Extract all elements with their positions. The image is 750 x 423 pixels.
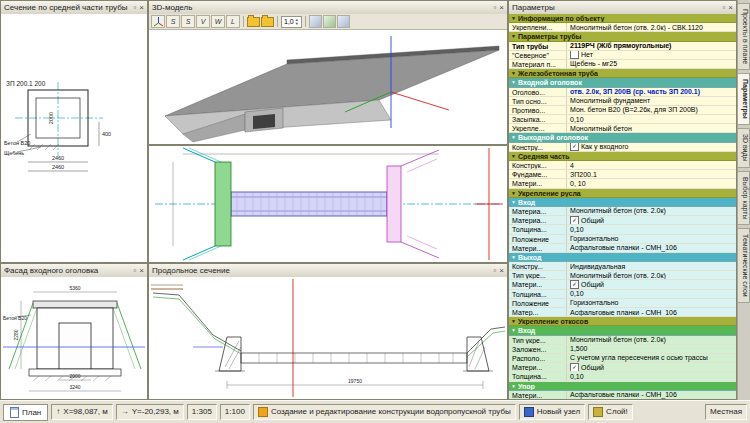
param-row[interactable]: Оголово...отв. 2.0к, ЗП 200В (ср. часть … <box>509 88 736 97</box>
collapse-chevron-icon[interactable]: ▼ <box>509 198 518 206</box>
volume-button[interactable]: V <box>196 15 210 28</box>
param-row[interactable]: Укрепле...Монолитный бетон <box>509 124 736 133</box>
param-subsection-header[interactable]: ▼Упор <box>509 382 736 391</box>
param-value[interactable]: Асфальтовые планки - СМН_106 <box>567 244 736 252</box>
param-value[interactable]: Монолитный бетон <box>567 124 736 132</box>
param-value[interactable]: Монолитный фундамент <box>567 97 736 105</box>
param-value[interactable]: 0, 10 <box>567 179 736 187</box>
side-tab-тематические-слои[interactable]: Тематические слои <box>738 228 750 303</box>
collapse-chevron-icon[interactable]: ▼ <box>509 253 518 261</box>
param-subsection-header[interactable]: ▼Выходной оголовок <box>509 133 736 142</box>
param-value[interactable]: 0,10 <box>567 225 736 233</box>
param-value[interactable]: Горизонтально <box>567 235 736 243</box>
param-row[interactable]: Матери...✓Общий <box>509 280 736 289</box>
folder-icon[interactable] <box>261 17 274 27</box>
param-row[interactable]: Толщина...0,10 <box>509 225 736 234</box>
axes-icon[interactable] <box>151 15 165 28</box>
collapse-chevron-icon[interactable]: ▼ <box>509 326 518 334</box>
param-value[interactable]: отв. 2.0к, ЗП 200В (ср. часть ЗП 200.1) <box>567 88 736 96</box>
close-icon[interactable]: × <box>139 3 144 13</box>
param-subsection-header[interactable]: ▼Вход <box>509 198 736 207</box>
param-row[interactable]: ПоложениеГоризонтально <box>509 299 736 308</box>
collapse-chevron-icon[interactable]: ▼ <box>509 14 518 22</box>
param-subsection-header[interactable]: ▼Выход <box>509 253 736 262</box>
param-section-header[interactable]: ▼Средняя часть <box>509 152 736 161</box>
param-value[interactable]: 2119РЧ (Ж/б прямоугольные) <box>567 42 736 50</box>
surface-button[interactable]: S <box>181 15 195 28</box>
param-value[interactable]: 4 <box>567 161 736 169</box>
param-row[interactable]: ПоложениеГоризонтально <box>509 235 736 244</box>
param-subsection-header[interactable]: ▼Вход <box>509 326 736 335</box>
param-row[interactable]: Матери...Асфальтовые планки - СМН_106 <box>509 244 736 253</box>
float-window-icon[interactable]: ▫ <box>493 266 496 276</box>
param-subsection-header[interactable]: ▼Входной оголовок <box>509 78 736 87</box>
plan-scale-selector[interactable]: 1:305 <box>187 404 217 420</box>
param-value[interactable]: Индивидуальная <box>567 262 736 270</box>
param-value[interactable]: 0,10 <box>567 290 736 298</box>
param-row[interactable]: Фундаме...ЗП200.1 <box>509 170 736 179</box>
checkbox-unchecked[interactable] <box>570 51 579 59</box>
new-node-button[interactable]: Новый узел <box>519 404 585 420</box>
param-value[interactable]: Монолитный бетон (отв. 2.0к) <box>567 271 736 279</box>
shading-mode-icon[interactable] <box>337 15 350 28</box>
float-window-icon[interactable]: ▫ <box>493 3 496 13</box>
plan-canvas[interactable] <box>149 146 507 262</box>
3d-viewport[interactable] <box>149 30 507 144</box>
param-value[interactable]: С учетом угла пересечения с осью трассы <box>567 354 736 362</box>
param-row[interactable]: Материал п...Щебень - мг25 <box>509 60 736 69</box>
param-row[interactable]: Материа...✓Общий <box>509 216 736 225</box>
side-tab-проекты-в-плане[interactable]: Проекты в плане <box>738 3 750 70</box>
side-tab-3d-виды[interactable]: 3D виды <box>738 128 750 168</box>
param-value[interactable]: Монолитный бетон (отв. 2.0к) <box>567 336 736 344</box>
param-value[interactable]: Нет <box>567 51 736 59</box>
checkbox-checked[interactable]: ✓ <box>570 143 579 151</box>
checkbox-checked[interactable]: ✓ <box>570 280 579 288</box>
longitudinal-canvas[interactable]: 19750 <box>149 277 507 399</box>
param-row[interactable]: Заложен...1,500 <box>509 345 736 354</box>
param-row[interactable]: Тип трубы2119РЧ (Ж/б прямоугольные) <box>509 42 736 51</box>
side-tab-выбор-карты[interactable]: Выбор карты <box>738 171 750 226</box>
param-value[interactable]: ✓Общий <box>567 216 736 224</box>
coord-system-indicator[interactable]: Местная <box>705 404 747 420</box>
param-value[interactable]: 1,500 <box>567 345 736 353</box>
close-icon[interactable]: × <box>728 3 733 13</box>
param-row[interactable]: Толщина...0,10 <box>509 372 736 381</box>
collapse-chevron-icon[interactable]: ▼ <box>509 78 518 86</box>
section-mid-canvas[interactable]: ЗП 200.1 200 2000 Бетон В20 Щебень <box>1 14 147 262</box>
param-value[interactable]: 0,10 <box>567 372 736 380</box>
param-section-header[interactable]: ▼Информация по объекту <box>509 14 736 23</box>
collapse-chevron-icon[interactable]: ▼ <box>509 189 518 197</box>
param-row[interactable]: Констру...✓Как у входного <box>509 143 736 152</box>
float-window-icon[interactable]: ▫ <box>722 3 725 13</box>
param-value[interactable]: Монолитный бетон (отв. 2.0к) - СВК.1120 <box>567 23 736 31</box>
param-row[interactable]: Матери...✓Общий <box>509 363 736 372</box>
scale-spinner[interactable]: 1,0 ▲▼ <box>281 16 302 28</box>
collapse-chevron-icon[interactable]: ▼ <box>509 382 518 390</box>
panel-title-bar[interactable]: 3D-модель ▫ × <box>149 1 507 15</box>
param-value[interactable]: ✓Общий <box>567 280 736 288</box>
param-row[interactable]: "Северное"Нет <box>509 51 736 60</box>
param-value[interactable]: Мон. бетон В20 (В=2.26к, для ЗП 200В) <box>567 106 736 114</box>
param-row[interactable]: Засыпка...0,10 <box>509 115 736 124</box>
param-section-header[interactable]: ▼Параметры трубы <box>509 32 736 41</box>
param-row[interactable]: Тип укре...Монолитный бетон (отв. 2.0к) <box>509 336 736 345</box>
close-icon[interactable]: × <box>499 266 504 276</box>
facade-canvas[interactable]: 5360 2280 <box>1 277 147 399</box>
close-icon[interactable]: × <box>139 266 144 276</box>
param-row[interactable]: Матер...Асфальтовые планки - СМН_106 <box>509 308 736 317</box>
param-section-header[interactable]: ▼Железобетонная труба <box>509 69 736 78</box>
param-row[interactable]: Конструк...4 <box>509 161 736 170</box>
param-value[interactable]: Щебень - мг25 <box>567 60 736 68</box>
param-row[interactable]: Тип укре...Монолитный бетон (отв. 2.0к) <box>509 271 736 280</box>
param-value[interactable]: Асфальтовые планки - СМН_106 <box>567 391 736 399</box>
param-value[interactable]: 0,10 <box>567 115 736 123</box>
param-row[interactable]: Матери...0, 10 <box>509 179 736 188</box>
panel-title-bar[interactable]: Продольное сечение ▫ × <box>149 264 507 278</box>
view-cube-icon[interactable] <box>309 15 322 28</box>
param-row[interactable]: Констру...Индивидуальная <box>509 262 736 271</box>
collapse-chevron-icon[interactable]: ▼ <box>509 317 518 325</box>
param-value[interactable]: ЗП200.1 <box>567 170 736 178</box>
collapse-chevron-icon[interactable]: ▼ <box>509 133 518 141</box>
checkbox-checked[interactable]: ✓ <box>570 216 579 224</box>
plan-view-tab[interactable]: План <box>3 404 48 421</box>
